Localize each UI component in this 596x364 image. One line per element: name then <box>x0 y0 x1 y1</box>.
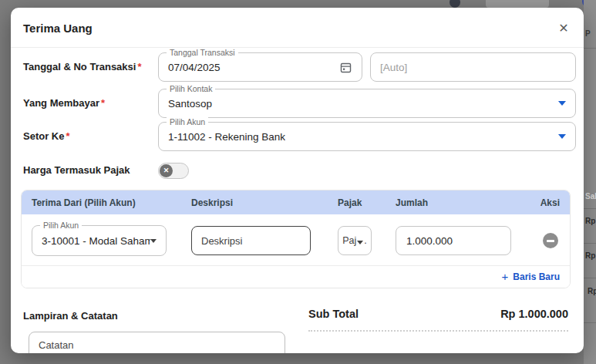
item-akun-select[interactable]: Pilih Akun 3-10001 - Modal Saham <box>32 225 167 256</box>
setor-ke-label: Setor Ke* <box>23 122 158 151</box>
background-column-header: P <box>585 29 591 38</box>
background-toolbar-item <box>486 0 549 8</box>
background-rp-value: Rp <box>585 217 595 225</box>
setor-ke-value: 1-11002 - Rekening Bank <box>168 131 285 143</box>
no-transaksi-input[interactable] <box>370 52 576 82</box>
chevron-down-icon <box>558 101 566 106</box>
lampiran-catatan-label: Lampiran & Catatan <box>23 310 118 322</box>
header-terima-dari: Terima Dari (Pilih Akun) <box>32 197 191 208</box>
background-avatar <box>450 0 460 8</box>
subtotal-divider <box>308 330 568 332</box>
chevron-down-icon <box>357 241 363 244</box>
items-table: Terima Dari (Pilih Akun) Deskripsi Pajak… <box>21 190 571 288</box>
subtotal-label: Sub Total <box>308 308 359 320</box>
item-jumlah-input[interactable] <box>396 226 511 255</box>
background-rp-value: Rp <box>585 251 595 260</box>
chevron-down-icon <box>558 134 566 139</box>
pilih-kontak-select[interactable]: Pilih Kontak Santosop <box>158 89 576 118</box>
harga-termasuk-pajak-row: Harga Termasuk Pajak ✕ <box>23 156 576 185</box>
tanggal-transaksi-field[interactable]: Tanggal Transaksi 07/04/2025 <box>158 52 362 82</box>
yang-membayar-row: Yang Membayar* Pilih Kontak Santosop <box>23 89 576 118</box>
header-pajak: Pajak <box>338 197 396 208</box>
setor-ke-float-label: Pilih Akun <box>167 117 208 126</box>
modal-title: Terima Uang <box>23 22 93 35</box>
items-table-footer: + Baris Baru <box>22 266 570 288</box>
items-table-header: Terima Dari (Pilih Akun) Deskripsi Pajak… <box>22 190 570 214</box>
plus-icon: + <box>502 272 509 281</box>
background-saldo-header: Sal <box>585 192 596 201</box>
subtotal-row: Sub Total Rp 1.000.000 <box>308 308 568 320</box>
header-aksi: Aksi <box>532 197 560 208</box>
catatan-textarea[interactable] <box>29 332 285 353</box>
required-asterisk: * <box>101 97 105 109</box>
item-akun-float-label: Pilih Akun <box>40 221 82 230</box>
screen: P Sal Rp Rp Rp Terima Uang ✕ Tanggal & N… <box>0 0 596 364</box>
chevron-down-icon <box>150 239 157 243</box>
close-button[interactable]: ✕ <box>555 20 572 37</box>
calendar-icon[interactable] <box>339 61 352 74</box>
remove-row-button[interactable] <box>543 233 558 248</box>
yang-membayar-label: Yang Membayar* <box>23 89 158 118</box>
close-icon: ✕ <box>558 22 568 35</box>
item-akun-value: 3-10001 - Modal Saham <box>42 235 150 247</box>
background-rp-value: Rp <box>588 287 596 295</box>
modal-header: Terima Uang ✕ <box>11 8 584 48</box>
harga-termasuk-pajak-label: Harga Termasuk Pajak <box>23 156 158 185</box>
terima-uang-modal: Terima Uang ✕ Tanggal & No Transaksi* Ta… <box>11 8 584 353</box>
header-jumlah: Jumlah <box>396 197 532 208</box>
item-deskripsi-input[interactable] <box>191 226 311 255</box>
setor-ke-akun-select[interactable]: Pilih Akun 1-11002 - Rekening Bank <box>158 122 576 151</box>
setor-ke-row: Setor Ke* Pilih Akun 1-11002 - Rekening … <box>23 122 576 151</box>
item-pajak-text: Paj <box>342 235 356 246</box>
background-table-strip: P Sal Rp Rp Rp <box>584 0 596 364</box>
tanggal-transaksi-float-label: Tanggal Transaksi <box>167 48 238 57</box>
tanggal-row: Tanggal & No Transaksi* Tanggal Transaks… <box>23 52 576 82</box>
tanggal-transaksi-value: 07/04/2025 <box>168 62 221 73</box>
header-deskripsi: Deskripsi <box>191 197 338 208</box>
required-asterisk: * <box>137 61 141 72</box>
baris-baru-button[interactable]: + Baris Baru <box>502 271 560 282</box>
harga-termasuk-pajak-toggle[interactable]: ✕ <box>158 163 189 179</box>
item-row: Pilih Akun 3-10001 - Modal Saham Paj . <box>22 214 570 266</box>
pilih-kontak-float-label: Pilih Kontak <box>167 84 215 93</box>
required-asterisk: * <box>66 130 69 142</box>
item-pajak-suffix: . <box>364 235 366 246</box>
subtotal-value: Rp 1.000.000 <box>500 308 568 320</box>
item-pajak-select[interactable]: Paj . <box>338 226 372 255</box>
pilih-kontak-value: Santosop <box>168 98 212 110</box>
tanggal-label: Tanggal & No Transaksi* <box>23 52 158 82</box>
toggle-off-icon: ✕ <box>160 164 173 177</box>
baris-baru-label: Baris Baru <box>513 271 560 282</box>
